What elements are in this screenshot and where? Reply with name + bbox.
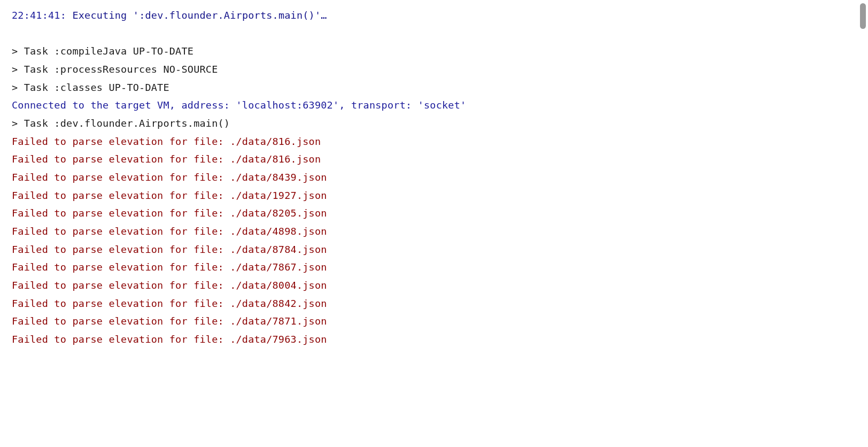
console-output[interactable]: 22:41:41: Executing ':dev.flounder.Airpo… [12, 6, 868, 348]
error-line: Failed to parse elevation for file: ./da… [12, 222, 868, 241]
error-line: Failed to parse elevation for file: ./da… [12, 168, 868, 187]
timestamp: 22:41:41: [12, 10, 72, 21]
scrollbar-thumb[interactable] [860, 3, 866, 29]
task-main-line: > Task :dev.flounder.Airports.main() [12, 114, 868, 133]
error-line: Failed to parse elevation for file: ./da… [12, 187, 868, 205]
task-line: > Task :compileJava UP-TO-DATE [12, 42, 868, 60]
task-line: > Task :processResources NO-SOURCE [12, 60, 868, 79]
error-line: Failed to parse elevation for file: ./da… [12, 276, 868, 295]
executing-label: Executing [72, 10, 133, 21]
error-line: Failed to parse elevation for file: ./da… [12, 330, 868, 349]
executing-command: ':dev.flounder.Airports.main()'… [133, 10, 327, 21]
error-line: Failed to parse elevation for file: ./da… [12, 133, 868, 151]
vm-connection-line: Connected to the target VM, address: 'lo… [12, 96, 868, 114]
error-line: Failed to parse elevation for file: ./da… [12, 150, 868, 168]
error-line: Failed to parse elevation for file: ./da… [12, 241, 868, 259]
blank-line [12, 25, 868, 43]
error-line: Failed to parse elevation for file: ./da… [12, 258, 868, 276]
executing-line: 22:41:41: Executing ':dev.flounder.Airpo… [12, 6, 868, 25]
task-line: > Task :classes UP-TO-DATE [12, 79, 868, 97]
error-line: Failed to parse elevation for file: ./da… [12, 312, 868, 330]
error-line: Failed to parse elevation for file: ./da… [12, 295, 868, 313]
error-line: Failed to parse elevation for file: ./da… [12, 204, 868, 222]
